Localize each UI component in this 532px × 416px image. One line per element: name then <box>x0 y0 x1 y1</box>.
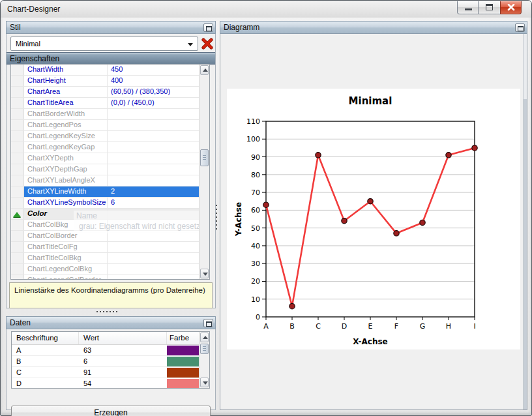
data-label: B <box>12 356 79 366</box>
property-name: ChartTitleColFg <box>24 242 108 252</box>
property-row[interactable]: ChartLegendKeySize <box>11 131 209 142</box>
daten-panel-header: Daten <box>6 316 216 329</box>
window-title: Chart-Designer <box>7 5 60 14</box>
chart-y-tick-label: 10 <box>251 295 260 304</box>
scroll-up-icon[interactable] <box>200 65 209 75</box>
property-row[interactable]: ChartXYDepthGap <box>11 164 209 175</box>
chart-svg: 0102030405060708090100110ABCDEFGHIMinima… <box>227 89 520 349</box>
row-gutter <box>11 131 24 141</box>
scrollbar-thumb[interactable] <box>524 99 527 409</box>
property-name: ChartArea <box>24 87 108 97</box>
color-swatch[interactable] <box>167 346 200 355</box>
close-button[interactable] <box>500 1 522 14</box>
data-value: 6 <box>79 356 167 366</box>
property-value <box>108 275 209 280</box>
property-row[interactable]: ChartLegendPos <box>11 120 209 131</box>
property-row[interactable]: ChartWidth450 <box>11 65 209 76</box>
property-row[interactable]: ChartBorderWidth <box>11 109 209 120</box>
data-color-cell <box>167 345 200 355</box>
property-row[interactable]: ChartTitleColBkg <box>11 253 209 264</box>
column-header-wert: Wert <box>79 332 167 344</box>
diagramm-scrollbar[interactable] <box>523 34 527 409</box>
data-label: C <box>12 367 79 378</box>
chart-x-tick-label: C <box>316 322 321 331</box>
property-value <box>108 131 209 141</box>
scrollbar-thumb[interactable] <box>200 344 209 354</box>
data-table[interactable]: Beschriftung Wert Farbe A63B6C91D54 <box>11 331 210 389</box>
property-name: ChartXYLineWidth <box>24 186 108 197</box>
style-select[interactable]: Minimal <box>10 37 198 51</box>
property-row[interactable]: ChartTitleColFg <box>11 242 209 253</box>
data-color-cell <box>167 356 200 366</box>
table-row[interactable]: B6 <box>12 356 209 367</box>
color-swatch[interactable] <box>167 368 200 378</box>
property-value <box>108 153 209 164</box>
collapse-panel-icon[interactable] <box>515 23 525 32</box>
table-row[interactable]: C91 <box>12 367 209 378</box>
property-row[interactable]: Color <box>11 209 209 220</box>
chart-data-point <box>420 220 425 225</box>
delete-style-icon[interactable] <box>201 38 213 50</box>
property-row[interactable]: ChartColBkg <box>11 220 209 231</box>
scroll-up-icon[interactable] <box>200 333 209 342</box>
data-scrollbar[interactable] <box>199 332 209 388</box>
row-gutter <box>11 153 24 164</box>
chart-y-tick-label: 110 <box>246 117 260 126</box>
property-row[interactable]: ChartXYLineWidth2 <box>11 186 209 198</box>
row-gutter <box>11 220 24 230</box>
property-row[interactable]: ChartLegendColBorder <box>11 275 209 280</box>
property-row[interactable]: ChartXYLineSymbolSize6 <box>11 198 209 209</box>
titlebar[interactable]: Chart-Designer <box>1 1 531 18</box>
daten-panel: Daten Beschriftung Wert Farbe A63B6C91D5… <box>6 316 216 410</box>
close-icon <box>507 4 515 11</box>
maximize-button[interactable] <box>479 1 500 14</box>
color-swatch[interactable] <box>167 379 200 389</box>
property-row[interactable]: ChartLegendKeyGap <box>11 142 209 153</box>
chart-y-tick-label: 70 <box>251 188 260 197</box>
color-swatch[interactable] <box>167 357 200 366</box>
property-row[interactable]: ChartLegendColBkg <box>11 264 209 275</box>
property-value: 2 <box>108 186 209 197</box>
property-name: ChartXYDepthGap <box>24 164 108 175</box>
properties-scrollbar[interactable] <box>199 65 209 279</box>
property-row[interactable]: ChartXYDepth <box>11 153 209 164</box>
collapse-panel-icon[interactable] <box>203 319 213 327</box>
collapse-panel-icon[interactable] <box>203 23 213 32</box>
maximize-icon <box>486 4 493 10</box>
data-label: A <box>12 345 79 355</box>
property-row[interactable]: ChartArea(60,50) / (380,350) <box>11 87 209 98</box>
row-gutter <box>11 175 24 186</box>
property-row[interactable]: ChartXYLabelAngleX <box>11 175 209 186</box>
property-row[interactable]: ChartColBorder <box>11 231 209 242</box>
window-controls <box>457 1 522 14</box>
property-value: (60,50) / (380,350) <box>108 87 209 97</box>
row-gutter <box>11 76 24 86</box>
vertical-splitter[interactable] <box>216 205 217 232</box>
row-gutter <box>11 231 24 241</box>
minimize-button[interactable] <box>457 1 479 14</box>
scroll-down-icon[interactable] <box>200 378 209 387</box>
property-value <box>108 142 209 153</box>
table-row[interactable]: D54 <box>12 378 209 389</box>
properties-table[interactable]: ChartWidth450ChartHeight400ChartArea(60,… <box>10 64 210 280</box>
property-value: 400 <box>108 76 209 86</box>
horizontal-splitter[interactable] <box>96 311 117 312</box>
property-name: ChartColBkg <box>24 220 108 230</box>
property-row[interactable]: ChartTitleArea(0,0) / (450,0) <box>11 98 209 109</box>
row-gutter <box>11 65 24 75</box>
chart-data-point <box>394 231 399 236</box>
property-name: ChartXYLabelAngleX <box>24 175 108 186</box>
property-description: Linienstärke des Koordinatendiagramms (p… <box>9 282 213 308</box>
table-row[interactable]: A63 <box>12 345 209 356</box>
green-up-triangle-icon <box>13 212 21 217</box>
row-gutter <box>11 120 24 130</box>
property-value <box>108 120 209 130</box>
property-name: ChartWidth <box>24 65 108 75</box>
chart-data-point <box>316 153 321 158</box>
generate-button[interactable]: Erzeugen <box>11 406 211 416</box>
scroll-down-icon[interactable] <box>200 269 209 278</box>
chart-data-point <box>342 218 347 224</box>
property-row[interactable]: ChartHeight400 <box>11 76 209 87</box>
row-gutter <box>11 87 24 97</box>
scrollbar-thumb[interactable] <box>200 149 209 166</box>
